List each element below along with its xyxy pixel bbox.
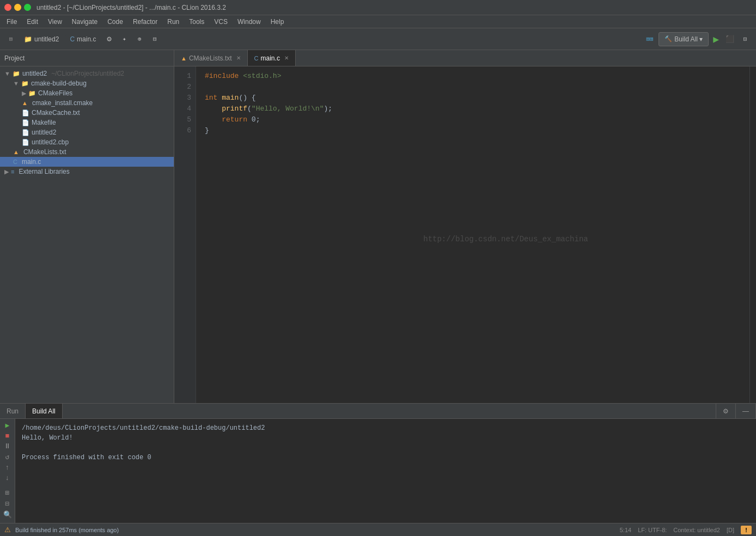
code-content[interactable]: #include <stdio.h> int main() { printf("… (196, 66, 749, 403)
bottom-panel: Run Build All ⚙ — ▶ ■ ⏸ ↺ ↑ ↓ ⊞ ⊟ 🔍 ↗ ✕ … (0, 403, 756, 523)
scroll-up-btn[interactable]: ↑ (2, 464, 14, 472)
bottom-close-btn[interactable]: — (736, 404, 756, 418)
tab-close-main[interactable]: ✕ (284, 55, 289, 61)
minimize-button[interactable] (14, 4, 21, 11)
menu-run[interactable]: Run (163, 17, 184, 27)
file-icon: 📄 (22, 139, 29, 146)
line-num-5: 5 (174, 114, 191, 125)
project-tree: ▼ 📁 untitled2 ~/CLionProjects/untitled2 … (0, 66, 174, 403)
toolbar-file-tab[interactable]: C main.c (65, 34, 100, 44)
tree-label: cmake-build-debug (31, 80, 87, 87)
status-build-icon: ⚠ (4, 526, 11, 534)
toolbar-grid-icon[interactable]: ⊞ (4, 33, 17, 46)
tree-item-main-c[interactable]: C main.c (0, 157, 174, 167)
toolbar-layout-icon[interactable]: ⊞⊞ (643, 33, 656, 46)
build-all-button[interactable]: 🔨 Build All ▾ (659, 32, 709, 46)
window-controls[interactable] (4, 4, 31, 11)
build-all-label: Build All ▾ (674, 35, 703, 43)
menu-refactor[interactable]: Refactor (129, 17, 162, 27)
tree-item-cmakefiles[interactable]: ▶ 📁 CMakeFiles (0, 88, 174, 98)
tab-label: main.c (261, 54, 280, 62)
menu-code[interactable]: Code (103, 17, 127, 27)
close-button[interactable] (4, 4, 11, 11)
run-button[interactable]: ▶ (711, 33, 721, 45)
menu-window[interactable]: Window (233, 17, 265, 27)
stop-icon-btn[interactable]: ■ (2, 432, 14, 440)
tab-main-c[interactable]: C main.c ✕ (248, 50, 296, 66)
code-line-1: #include <stdio.h> (205, 71, 741, 82)
toolbar-project-label: untitled2 (34, 35, 59, 43)
output-line-2: Hello, World! (22, 433, 749, 443)
menu-vcs[interactable]: VCS (210, 17, 232, 27)
tree-label: CMakeLists.txt (23, 148, 66, 156)
watermark-text: http://blog.csdn.net/Deus_ex_machina (423, 234, 588, 245)
toolbar-pin-icon[interactable]: ✦ (118, 33, 131, 46)
menu-file[interactable]: File (2, 17, 21, 27)
code-line-3: int main() { (205, 93, 741, 103)
tree-item-untitled2-root[interactable]: ▼ 📁 untitled2 ~/CLionProjects/untitled2 (0, 69, 174, 78)
tab-close-cmakelists[interactable]: ✕ (236, 55, 241, 61)
pause-icon-btn[interactable]: ⏸ (2, 442, 14, 450)
toolbar-sync-icon[interactable]: ⊕ (133, 33, 146, 46)
folder-icon: 📁 (21, 80, 29, 87)
output-line-4: Process finished with exit code 0 (22, 453, 749, 462)
menu-help[interactable]: Help (266, 17, 289, 27)
menu-navigate[interactable]: Navigate (68, 17, 102, 27)
output-area: /home/deus/CLionProjects/untitled2/cmake… (15, 419, 756, 523)
code-editor: 1 2 3 4 5 6 #include <stdio.h> int main(… (174, 66, 756, 403)
bottom-settings-btn[interactable]: ⚙ (716, 404, 736, 418)
bottom-tab-build[interactable]: Build All (26, 404, 63, 418)
tree-item-external-libs[interactable]: ▶ ≡ External Libraries (0, 167, 174, 176)
toolbar: ⊞ 📁 untitled2 C main.c ⚙ ✦ ⊕ ⊟ ⊞⊞ 🔨 Buil… (0, 28, 756, 50)
line-num-6: 6 (174, 125, 191, 136)
output-up-btn[interactable]: ⊞ (2, 489, 14, 497)
editor-tabs: ▲ CMakeLists.txt ✕ C main.c ✕ (174, 50, 756, 66)
rerun-icon-btn[interactable]: ↺ (2, 453, 14, 461)
menu-edit[interactable]: Edit (22, 17, 42, 27)
tree-item-makefile[interactable]: 📄 Makefile (0, 118, 174, 127)
tree-label: untitled2 (22, 70, 47, 77)
tree-item-cmake-install[interactable]: ▲ cmake_install.cmake (0, 98, 174, 108)
cmake-icon: ▲ (22, 100, 28, 106)
output-down-btn[interactable]: ⊟ (2, 500, 14, 508)
status-encoding: LF: UTF-8: (638, 527, 667, 533)
tree-label: main.c (22, 158, 41, 166)
toolbar-file-label: main.c (77, 35, 96, 43)
toolbar-debug-icon[interactable]: ⬛ (723, 33, 736, 46)
line-num-4: 4 (174, 103, 191, 114)
menu-bar: File Edit View Navigate Code Refactor Ru… (0, 15, 756, 28)
toolbar-project-tab[interactable]: 📁 untitled2 (20, 34, 63, 44)
status-right: 5:14 LF: UTF-8: Context: untitled2 [D] ! (620, 526, 752, 534)
code-line-2 (205, 82, 741, 93)
tab-label: CMakeLists.txt (189, 54, 232, 62)
filter-btn[interactable]: 🔍 (2, 510, 14, 519)
tree-item-cmake-cache[interactable]: 📄 CMakeCache.txt (0, 108, 174, 118)
toolbar-settings-icon[interactable]: ⚙ (102, 33, 115, 46)
c-file-icon: C (13, 159, 17, 165)
code-line-4: printf("Hello, World!\n"); (205, 103, 741, 114)
scroll-down-btn[interactable]: ↓ (2, 474, 14, 482)
tree-label: untitled2 (32, 129, 56, 136)
tree-path: ~/CLionProjects/untitled2 (51, 70, 124, 77)
tree-item-untitled2-bin[interactable]: 📄 untitled2 (0, 127, 174, 137)
code-line-6: } (205, 125, 741, 136)
tree-item-cmake-build[interactable]: ▼ 📁 cmake-build-debug (0, 78, 174, 88)
tree-label: untitled2.cbp (32, 138, 69, 146)
tree-expand-icon: ▶ (22, 90, 26, 97)
window-title: untitled2 - [~/CLionProjects/untitled2] … (36, 4, 226, 11)
toolbar-filter-icon[interactable]: ⊟ (148, 33, 161, 46)
menu-view[interactable]: View (44, 17, 66, 27)
toolbar-more-icon[interactable]: ⊡ (739, 33, 752, 46)
editor-panel: ▲ CMakeLists.txt ✕ C main.c ✕ 1 2 3 4 5 … (174, 50, 756, 403)
menu-tools[interactable]: Tools (185, 17, 209, 27)
run-icon-btn[interactable]: ▶ (2, 421, 14, 430)
tree-item-cmakelists[interactable]: ▲ CMakeLists.txt (0, 147, 174, 157)
notification-badge[interactable]: ! (741, 526, 752, 534)
bottom-tab-run[interactable]: Run (0, 404, 26, 418)
tree-item-untitled2-cbp[interactable]: 📄 untitled2.cbp (0, 137, 174, 147)
maximize-button[interactable] (24, 4, 31, 11)
tab-cmakelists[interactable]: ▲ CMakeLists.txt ✕ (174, 50, 248, 66)
tree-expand-icon: ▼ (4, 70, 10, 77)
project-header: Project (0, 50, 174, 66)
tree-expand-icon: ▶ (4, 168, 9, 175)
